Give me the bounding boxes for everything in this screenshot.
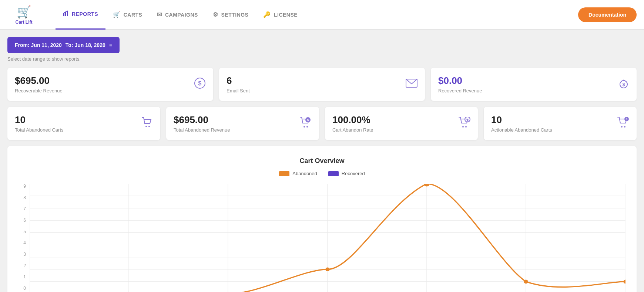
recovered-revenue-value: $0.00	[438, 75, 482, 86]
svg-point-19	[624, 126, 625, 128]
date-filter-button[interactable]: From: Jun 11, 2020 To: Jun 18, 2020 ≡	[7, 37, 120, 53]
recoverable-revenue-value: $695.00	[15, 75, 63, 86]
svg-point-18	[621, 126, 623, 128]
nav-label-campaigns: CAMPAIGNS	[165, 12, 198, 18]
y-label-4: 4	[23, 240, 26, 245]
campaigns-icon: ✉	[157, 11, 162, 18]
logo-icon: 🛒	[17, 5, 31, 19]
nav-label-license: LICENSE	[274, 12, 298, 18]
svg-text:$: $	[307, 118, 309, 122]
cart-abandon-rate-label: Cart Abandon Rate	[332, 127, 373, 133]
legend-abandoned: Abandoned	[279, 171, 317, 176]
nav-label-carts: CARTS	[124, 12, 142, 18]
svg-text:$: $	[198, 80, 202, 86]
svg-point-43	[424, 184, 430, 186]
settings-icon: ⚙	[213, 11, 218, 18]
chart-svg-area: Jun 12, 2020 Jun 13, 2020 Jun 14, 2020 J…	[30, 184, 625, 292]
total-abandoned-carts-label: Total Abandoned Carts	[15, 127, 64, 133]
shopping-cart-icon	[142, 117, 153, 130]
from-label: From: Jun 11, 2020	[15, 42, 62, 48]
to-label: To: Jun 18, 2020	[66, 42, 105, 48]
svg-rect-1	[65, 12, 66, 16]
dollar-icon: $	[194, 77, 206, 92]
cart-abandon-rate-value: 100.00%	[332, 114, 373, 126]
stat-card-cart-abandon-rate: 100.00% Cart Abandon Rate %	[325, 107, 478, 140]
y-label-9: 9	[23, 184, 26, 189]
total-abandoned-revenue-label: Total Abandoned Revenue	[174, 127, 230, 133]
date-filter-row: From: Jun 11, 2020 To: Jun 18, 2020 ≡ Se…	[7, 37, 637, 62]
cart-dollar-icon: $	[300, 117, 312, 130]
svg-rect-2	[67, 11, 68, 16]
legend-recovered: Recovered	[328, 171, 365, 176]
recovered-revenue-label: Recovered Revenue	[438, 88, 482, 94]
y-label-2: 2	[23, 263, 26, 268]
nav-item-license[interactable]: 🔑 LICENSE	[256, 0, 305, 30]
y-axis: 0 1 2 3 4 5 6 7 8 9	[19, 184, 30, 292]
stat-card-actionable-abandoned-carts: 10 Actionable Abandoned Carts !	[484, 107, 637, 140]
nav-item-reports[interactable]: REPORTS	[56, 0, 105, 30]
date-filter-hint: Select date range to show reports.	[7, 56, 120, 62]
legend-color-recovered	[328, 171, 339, 176]
y-label-5: 5	[23, 229, 26, 234]
svg-point-9	[148, 126, 150, 127]
money-bag-icon: $	[618, 78, 629, 91]
svg-point-8	[145, 126, 147, 127]
nav-label-reports: REPORTS	[72, 11, 98, 17]
logo-area: 🛒 Cart Lift	[7, 5, 48, 25]
documentation-button[interactable]: Documentation	[578, 7, 637, 22]
chart-svg	[30, 184, 625, 292]
chart-title: Cart Overview	[19, 157, 625, 165]
y-label-8: 8	[23, 195, 26, 200]
chart-container: Cart Overview Abandoned Recovered 0 1 2 …	[7, 146, 637, 292]
svg-point-42	[325, 267, 330, 271]
nav-item-campaigns[interactable]: ✉ CAMPAIGNS	[150, 0, 205, 30]
total-abandoned-revenue-value: $695.00	[174, 114, 230, 126]
y-label-1: 1	[23, 274, 26, 279]
carts-icon: 🛒	[113, 11, 121, 18]
legend-label-abandoned: Abandoned	[292, 171, 317, 176]
svg-text:$: $	[623, 82, 625, 87]
stat-card-recoverable-revenue: $695.00 Recoverable Revenue $	[7, 68, 213, 101]
main-nav: REPORTS 🛒 CARTS ✉ CAMPAIGNS ⚙ SETTINGS 🔑…	[56, 0, 578, 30]
svg-rect-0	[63, 13, 64, 16]
stats-row-1: $695.00 Recoverable Revenue $ 6 Email Se…	[7, 68, 637, 101]
stat-left: 6 Email Sent	[227, 75, 250, 94]
stat-left: $695.00 Total Abandoned Revenue	[174, 114, 230, 133]
svg-point-15	[465, 126, 467, 128]
nav-label-settings: SETTINGS	[221, 12, 248, 18]
stat-left: 10 Total Abandoned Carts	[15, 114, 64, 133]
stat-left: 10 Actionable Abandoned Carts	[491, 114, 552, 133]
email-icon	[406, 78, 417, 90]
chart-legend: Abandoned Recovered	[19, 171, 625, 176]
stat-left: 100.00% Cart Abandon Rate	[332, 114, 373, 133]
license-icon: 🔑	[263, 11, 271, 18]
actionable-abandoned-carts-label: Actionable Abandoned Carts	[491, 127, 552, 133]
y-label-3: 3	[23, 252, 26, 257]
stat-left: $0.00 Recovered Revenue	[438, 75, 482, 94]
svg-point-11	[306, 126, 308, 128]
stat-left: $695.00 Recoverable Revenue	[15, 75, 63, 94]
svg-text:!: !	[626, 118, 627, 121]
y-label-6: 6	[23, 218, 26, 223]
nav-item-settings[interactable]: ⚙ SETTINGS	[205, 0, 256, 30]
actionable-abandoned-carts-value: 10	[491, 114, 552, 126]
nav-item-carts[interactable]: 🛒 CARTS	[105, 0, 150, 30]
cart-action-icon: !	[617, 117, 629, 130]
y-label-7: 7	[23, 206, 26, 211]
stat-card-total-abandoned-carts: 10 Total Abandoned Carts	[7, 107, 160, 140]
svg-point-45	[623, 280, 625, 284]
main-content: From: Jun 11, 2020 To: Jun 18, 2020 ≡ Se…	[0, 30, 644, 292]
email-sent-label: Email Sent	[227, 88, 250, 94]
header: 🛒 Cart Lift REPORTS 🛒 CARTS ✉ CAMPAIGNS …	[0, 0, 644, 30]
svg-point-10	[303, 126, 305, 128]
recoverable-revenue-label: Recoverable Revenue	[15, 88, 63, 94]
stat-card-email-sent: 6 Email Sent	[219, 68, 425, 101]
email-sent-value: 6	[227, 75, 250, 86]
svg-text:%: %	[466, 118, 469, 121]
svg-point-14	[462, 126, 464, 128]
stats-row-2: 10 Total Abandoned Carts $695.00 Total A…	[7, 107, 637, 140]
total-abandoned-carts-value: 10	[15, 114, 64, 126]
stat-card-total-abandoned-revenue: $695.00 Total Abandoned Revenue $	[166, 107, 319, 140]
filter-icon: ≡	[109, 42, 112, 48]
y-label-0: 0	[23, 286, 26, 291]
